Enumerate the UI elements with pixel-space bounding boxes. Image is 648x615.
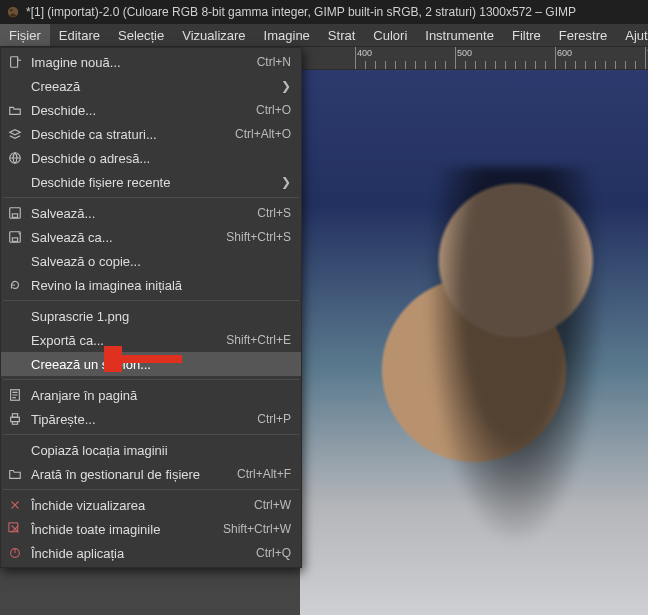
- menu-item[interactable]: Închide vizualizareaCtrl+W: [1, 493, 301, 517]
- menu-item-shortcut: Ctrl+S: [257, 206, 291, 220]
- ruler-subtick: [575, 61, 576, 69]
- menu-item-label: Arată în gestionarul de fișiere: [31, 467, 225, 482]
- menu-item-label: Suprascrie 1.png: [31, 309, 291, 324]
- menu-item[interactable]: Creează❯: [1, 74, 301, 98]
- menu-layer[interactable]: Strat: [319, 24, 364, 46]
- menu-item-shortcut: Ctrl+Alt+F: [237, 467, 291, 481]
- menu-item[interactable]: Copiază locația imaginii: [1, 438, 301, 462]
- menu-view[interactable]: Vizualizare: [173, 24, 254, 46]
- ruler-subtick: [495, 61, 496, 69]
- menu-item[interactable]: Salvează o copie...: [1, 249, 301, 273]
- menu-item[interactable]: Tipărește...Ctrl+P: [1, 407, 301, 431]
- ruler-tick: [455, 47, 456, 69]
- menu-item-label: Creează un șablon...: [31, 357, 291, 372]
- ruler-subtick: [385, 61, 386, 69]
- menu-item[interactable]: Creează un șablon...: [1, 352, 301, 376]
- menu-item[interactable]: Salvează ca...Shift+Ctrl+S: [1, 225, 301, 249]
- ruler-subtick: [595, 61, 596, 69]
- menu-item-label: Salvează...: [31, 206, 245, 221]
- menu-edit[interactable]: Editare: [50, 24, 109, 46]
- menu-item-label: Revino la imaginea inițială: [31, 278, 291, 293]
- menu-item-label: Salvează ca...: [31, 230, 214, 245]
- menu-separator: [3, 300, 299, 301]
- ruler-subtick: [405, 61, 406, 69]
- menu-item[interactable]: Arată în gestionarul de fișiereCtrl+Alt+…: [1, 462, 301, 486]
- svg-rect-2: [11, 57, 18, 68]
- menu-item[interactable]: Exportă ca...Shift+Ctrl+E: [1, 328, 301, 352]
- menu-image[interactable]: Imagine: [255, 24, 319, 46]
- menu-item[interactable]: Închide toate imaginileShift+Ctrl+W: [1, 517, 301, 541]
- svg-rect-4: [10, 208, 21, 219]
- revert-icon: [7, 277, 23, 293]
- menu-item[interactable]: Suprascrie 1.png: [1, 304, 301, 328]
- canvas[interactable]: [300, 69, 648, 615]
- svg-rect-7: [12, 238, 17, 242]
- menu-item[interactable]: Imagine nouă...Ctrl+N: [1, 50, 301, 74]
- save-icon: [7, 205, 23, 221]
- ruler-subtick: [615, 61, 616, 69]
- menu-item-shortcut: Shift+Ctrl+S: [226, 230, 291, 244]
- ruler-subtick: [565, 61, 566, 69]
- blank-icon: [7, 332, 23, 348]
- ruler-subtick: [605, 61, 606, 69]
- menu-item-label: Închide vizualizarea: [31, 498, 242, 513]
- submenu-arrow-icon: ❯: [281, 79, 291, 93]
- menu-tools[interactable]: Instrumente: [416, 24, 503, 46]
- menu-item-shortcut: Ctrl+N: [257, 55, 291, 69]
- close-all-icon: [7, 521, 23, 537]
- save-as-icon: [7, 229, 23, 245]
- ruler-subtick: [435, 61, 436, 69]
- menu-item-shortcut: Ctrl+O: [256, 103, 291, 117]
- ruler-subtick: [365, 61, 366, 69]
- menubar: Fișier Editare Selecție Vizualizare Imag…: [0, 24, 648, 47]
- menu-item[interactable]: Deschide ca straturi...Ctrl+Alt+O: [1, 122, 301, 146]
- menu-item-shortcut: Shift+Ctrl+W: [223, 522, 291, 536]
- menu-item-label: Deschide...: [31, 103, 244, 118]
- ruler-subtick: [475, 61, 476, 69]
- folder-icon: [7, 466, 23, 482]
- blank-icon: [7, 308, 23, 324]
- menu-item-label: Deschide o adresă...: [31, 151, 291, 166]
- menu-filters[interactable]: Filtre: [503, 24, 550, 46]
- quit-icon: [7, 545, 23, 561]
- menu-item[interactable]: Deschide...Ctrl+O: [1, 98, 301, 122]
- svg-rect-9: [11, 417, 20, 421]
- ruler-tick: [555, 47, 556, 69]
- menu-separator: [3, 379, 299, 380]
- app-icon: [6, 5, 20, 19]
- ruler-subtick: [395, 61, 396, 69]
- menu-item-label: Imagine nouă...: [31, 55, 245, 70]
- ruler-subtick: [625, 61, 626, 69]
- menu-item[interactable]: Salvează...Ctrl+S: [1, 201, 301, 225]
- menu-colors[interactable]: Culori: [364, 24, 416, 46]
- menu-item[interactable]: Deschide fișiere recente❯: [1, 170, 301, 194]
- folder-open-icon: [7, 102, 23, 118]
- menu-help[interactable]: Ajutor: [616, 24, 648, 46]
- window-title: *[1] (importat)-2.0 (Culoare RGB 8-bit g…: [26, 5, 576, 19]
- menu-separator: [3, 197, 299, 198]
- blank-icon: [7, 253, 23, 269]
- blank-icon: [7, 78, 23, 94]
- menu-item[interactable]: Aranjare în pagină: [1, 383, 301, 407]
- menu-windows[interactable]: Ferestre: [550, 24, 616, 46]
- ruler-subtick: [585, 61, 586, 69]
- menu-item[interactable]: Revino la imaginea inițială: [1, 273, 301, 297]
- ruler-tick: [355, 47, 356, 69]
- ruler-subtick: [485, 61, 486, 69]
- ruler-subtick: [525, 61, 526, 69]
- ruler-subtick: [545, 61, 546, 69]
- layers-open-icon: [7, 126, 23, 142]
- ruler-tick-label: 600: [557, 48, 572, 58]
- ruler-subtick: [535, 61, 536, 69]
- menu-file[interactable]: Fișier: [0, 24, 50, 46]
- menu-item-label: Închide aplicația: [31, 546, 244, 561]
- menu-item[interactable]: Deschide o adresă...: [1, 146, 301, 170]
- close-icon: [7, 497, 23, 513]
- file-menu-dropdown: Imagine nouă...Ctrl+NCreează❯Deschide...…: [0, 47, 302, 568]
- menu-separator: [3, 434, 299, 435]
- menu-select[interactable]: Selecție: [109, 24, 173, 46]
- menu-item-label: Aranjare în pagină: [31, 388, 291, 403]
- menu-item[interactable]: Închide aplicațiaCtrl+Q: [1, 541, 301, 565]
- page-setup-icon: [7, 387, 23, 403]
- menu-item-label: Tipărește...: [31, 412, 245, 427]
